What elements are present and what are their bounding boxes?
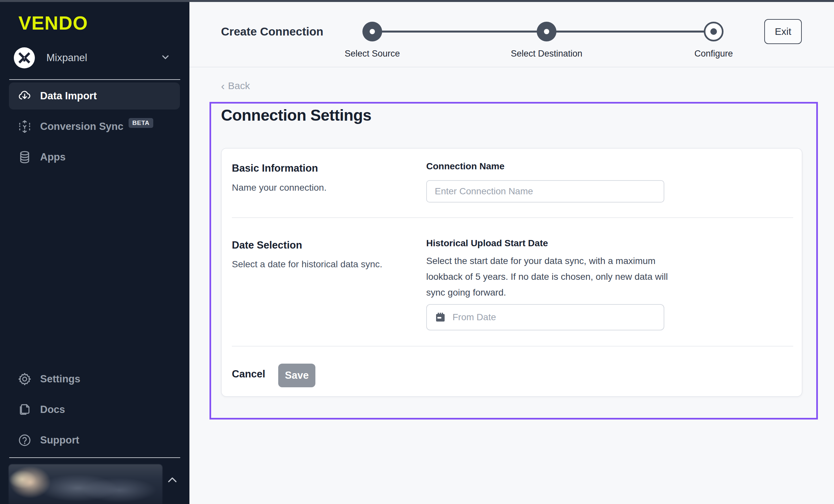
card-divider xyxy=(232,217,793,218)
beta-badge: BETA xyxy=(129,118,153,128)
input-placeholder: Enter Connection Name xyxy=(435,186,533,197)
step-label-select-destination: Select Destination xyxy=(487,49,606,59)
page-title: Create Connection xyxy=(221,25,323,38)
exit-button[interactable]: Exit xyxy=(764,19,802,44)
cancel-button[interactable]: Cancel xyxy=(232,368,265,380)
sidebar-item-label: Conversion Sync xyxy=(40,120,123,132)
sidebar-item-conversion-sync[interactable]: Conversion Sync BETA xyxy=(9,113,180,140)
sidebar-divider xyxy=(9,457,180,458)
sidebar-item-label: Data Import xyxy=(40,90,97,102)
back-link[interactable]: ‹ Back xyxy=(221,80,250,91)
help-circle-icon xyxy=(18,433,31,447)
chevron-up-icon[interactable] xyxy=(166,475,179,487)
database-icon xyxy=(18,150,31,164)
sidebar-footer-nav: Settings Docs xyxy=(9,366,180,457)
panel-title: Connection Settings xyxy=(221,106,371,124)
card-divider xyxy=(232,346,793,347)
section-description: Select a date for historical data sync. xyxy=(232,259,382,269)
section-heading-date-selection: Date Selection xyxy=(232,239,302,251)
vendo-logo: VENDO xyxy=(18,12,88,34)
save-button[interactable]: Save xyxy=(278,364,315,387)
sidebar-item-label: Settings xyxy=(40,373,80,385)
app-window: VENDO Mixpanel xyxy=(0,0,834,504)
sidebar-divider xyxy=(9,79,180,80)
section-description: Name your connection. xyxy=(232,182,327,193)
step-label-select-source: Select Source xyxy=(313,49,432,59)
back-label: Back xyxy=(228,80,250,91)
historical-upload-start-date-label: Historical Upload Start Date xyxy=(426,238,548,248)
settings-card: Basic Information Name your connection. … xyxy=(221,148,803,397)
connection-name-label: Connection Name xyxy=(426,161,504,172)
input-placeholder: From Date xyxy=(453,312,496,323)
step-dot-configure xyxy=(704,22,724,41)
sidebar-item-data-import[interactable]: Data Import xyxy=(9,83,180,109)
step-dot-select-destination xyxy=(537,22,556,41)
date-field-help-text: Select the start date for your data sync… xyxy=(426,253,676,301)
sidebar: VENDO Mixpanel xyxy=(0,0,190,504)
wizard-header: Create Connection Select Source Select D… xyxy=(190,0,834,67)
conversion-sync-icon xyxy=(18,120,31,133)
docs-icon xyxy=(18,403,31,417)
sidebar-item-apps[interactable]: Apps xyxy=(9,144,180,171)
sidebar-nav: Data Import Conversion Sync xyxy=(9,83,180,174)
window-top-edge xyxy=(0,0,834,2)
sidebar-item-label: Apps xyxy=(40,151,66,163)
calendar-icon xyxy=(435,312,446,323)
step-dot-select-source xyxy=(363,22,382,41)
sidebar-item-docs[interactable]: Docs xyxy=(9,396,180,423)
gear-icon xyxy=(18,372,31,386)
sidebar-item-label: Support xyxy=(40,434,79,446)
step-label-configure: Configure xyxy=(655,49,773,59)
section-heading-basic-information: Basic Information xyxy=(232,162,318,174)
workspace-name: Mixpanel xyxy=(46,52,160,64)
sidebar-item-settings[interactable]: Settings xyxy=(9,366,180,393)
cloud-download-icon xyxy=(18,89,31,103)
sidebar-item-support[interactable]: Support xyxy=(9,427,180,454)
workspace-selector[interactable]: Mixpanel xyxy=(10,45,179,71)
from-date-input[interactable]: From Date xyxy=(426,304,664,330)
user-profile-blurred[interactable] xyxy=(8,464,162,504)
connection-name-input[interactable]: Enter Connection Name xyxy=(426,180,664,202)
chevron-left-icon: ‹ xyxy=(221,81,225,91)
sidebar-item-label: Docs xyxy=(40,404,65,416)
connection-settings-panel: Connection Settings Basic Information Na… xyxy=(210,102,818,419)
mixpanel-logo-icon xyxy=(14,47,35,68)
chevron-down-icon xyxy=(160,52,170,63)
